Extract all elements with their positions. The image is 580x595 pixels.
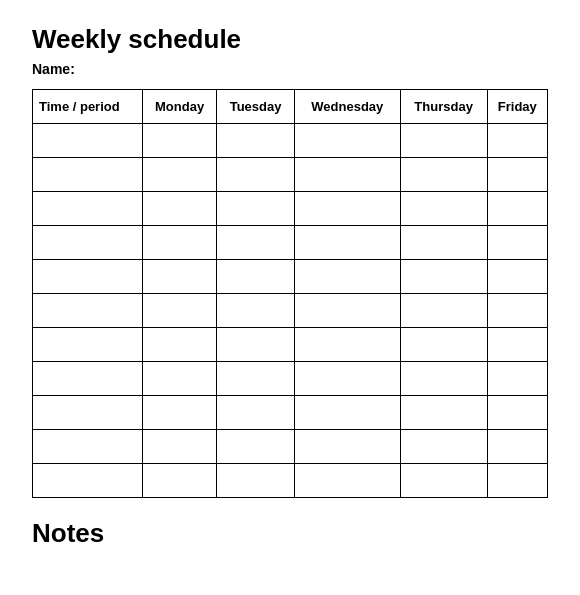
table-cell[interactable] xyxy=(487,396,547,430)
table-cell[interactable] xyxy=(295,260,401,294)
table-cell[interactable] xyxy=(33,294,143,328)
table-cell[interactable] xyxy=(33,158,143,192)
table-cell[interactable] xyxy=(143,158,217,192)
table-cell[interactable] xyxy=(143,260,217,294)
table-cell[interactable] xyxy=(143,362,217,396)
table-cell[interactable] xyxy=(33,328,143,362)
table-cell[interactable] xyxy=(33,124,143,158)
table-cell[interactable] xyxy=(217,362,295,396)
table-row[interactable] xyxy=(33,396,548,430)
table-row[interactable] xyxy=(33,430,548,464)
table-cell[interactable] xyxy=(400,396,487,430)
table-cell[interactable] xyxy=(400,430,487,464)
table-cell[interactable] xyxy=(295,464,401,498)
table-cell[interactable] xyxy=(33,430,143,464)
table-row[interactable] xyxy=(33,260,548,294)
table-cell[interactable] xyxy=(400,260,487,294)
table-cell[interactable] xyxy=(33,362,143,396)
name-label: Name: xyxy=(32,61,548,77)
notes-title: Notes xyxy=(32,518,548,549)
table-cell[interactable] xyxy=(143,124,217,158)
col-header-thursday: Thursday xyxy=(400,90,487,124)
table-cell[interactable] xyxy=(217,396,295,430)
table-row[interactable] xyxy=(33,226,548,260)
col-header-tuesday: Tuesday xyxy=(217,90,295,124)
table-cell[interactable] xyxy=(143,396,217,430)
table-cell[interactable] xyxy=(487,192,547,226)
table-cell[interactable] xyxy=(217,192,295,226)
col-header-time: Time / period xyxy=(33,90,143,124)
table-cell[interactable] xyxy=(487,158,547,192)
table-cell[interactable] xyxy=(295,328,401,362)
table-cell[interactable] xyxy=(400,124,487,158)
table-cell[interactable] xyxy=(487,226,547,260)
table-cell[interactable] xyxy=(400,226,487,260)
table-cell[interactable] xyxy=(295,362,401,396)
table-cell[interactable] xyxy=(400,464,487,498)
table-cell[interactable] xyxy=(400,294,487,328)
table-row[interactable] xyxy=(33,328,548,362)
table-cell[interactable] xyxy=(487,362,547,396)
table-cell[interactable] xyxy=(400,362,487,396)
table-cell[interactable] xyxy=(217,464,295,498)
table-cell[interactable] xyxy=(143,430,217,464)
table-cell[interactable] xyxy=(33,192,143,226)
table-cell[interactable] xyxy=(295,430,401,464)
table-row[interactable] xyxy=(33,362,548,396)
col-header-monday: Monday xyxy=(143,90,217,124)
table-cell[interactable] xyxy=(33,226,143,260)
table-cell[interactable] xyxy=(217,294,295,328)
col-header-wednesday: Wednesday xyxy=(295,90,401,124)
table-cell[interactable] xyxy=(33,260,143,294)
table-cell[interactable] xyxy=(295,192,401,226)
table-row[interactable] xyxy=(33,294,548,328)
table-cell[interactable] xyxy=(33,396,143,430)
table-row[interactable] xyxy=(33,464,548,498)
table-cell[interactable] xyxy=(217,226,295,260)
table-cell[interactable] xyxy=(487,464,547,498)
table-cell[interactable] xyxy=(217,158,295,192)
table-cell[interactable] xyxy=(217,260,295,294)
table-row[interactable] xyxy=(33,124,548,158)
table-cell[interactable] xyxy=(295,294,401,328)
table-row[interactable] xyxy=(33,192,548,226)
table-cell[interactable] xyxy=(217,328,295,362)
table-cell[interactable] xyxy=(487,328,547,362)
table-cell[interactable] xyxy=(217,124,295,158)
table-cell[interactable] xyxy=(295,396,401,430)
table-cell[interactable] xyxy=(487,294,547,328)
page-title: Weekly schedule xyxy=(32,24,548,55)
table-header-row: Time / period Monday Tuesday Wednesday T… xyxy=(33,90,548,124)
table-row[interactable] xyxy=(33,158,548,192)
table-cell[interactable] xyxy=(143,464,217,498)
table-cell[interactable] xyxy=(295,158,401,192)
table-cell[interactable] xyxy=(487,124,547,158)
table-cell[interactable] xyxy=(400,158,487,192)
col-header-friday: Friday xyxy=(487,90,547,124)
table-cell[interactable] xyxy=(400,192,487,226)
table-cell[interactable] xyxy=(487,260,547,294)
table-cell[interactable] xyxy=(487,430,547,464)
schedule-table: Time / period Monday Tuesday Wednesday T… xyxy=(32,89,548,498)
table-cell[interactable] xyxy=(143,226,217,260)
table-cell[interactable] xyxy=(400,328,487,362)
table-cell[interactable] xyxy=(217,430,295,464)
table-cell[interactable] xyxy=(295,124,401,158)
table-cell[interactable] xyxy=(295,226,401,260)
table-cell[interactable] xyxy=(33,464,143,498)
table-cell[interactable] xyxy=(143,192,217,226)
table-cell[interactable] xyxy=(143,294,217,328)
table-cell[interactable] xyxy=(143,328,217,362)
